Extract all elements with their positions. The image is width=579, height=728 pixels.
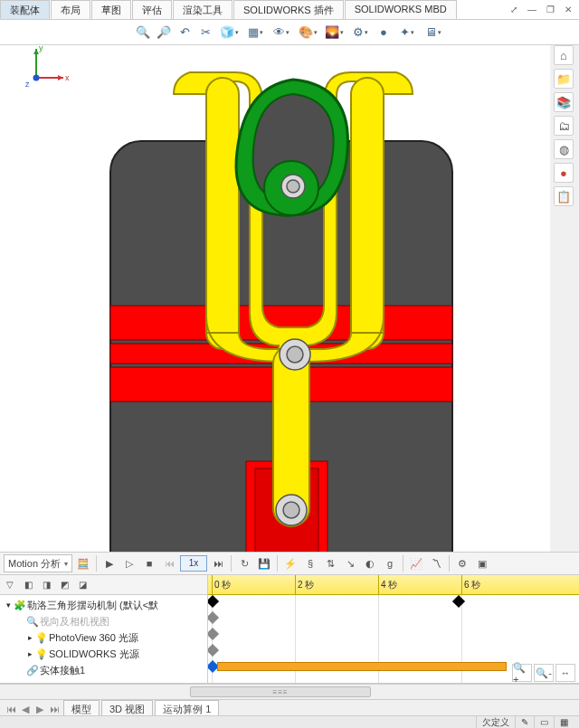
display-dropdown[interactable]: 🖥	[422, 24, 445, 42]
gravity-icon[interactable]: g	[381, 554, 399, 572]
scrollbar-thumb[interactable]: ≡≡≡	[190, 686, 371, 697]
tick-6: 6 秒	[461, 575, 480, 594]
zoom-fit-icon[interactable]: 🔍	[134, 24, 152, 42]
zoom-fit-time-icon[interactable]: ↔	[555, 664, 575, 682]
collapse-icon[interactable]: ▣	[473, 554, 491, 572]
tab-render[interactable]: 渲染工具	[173, 0, 233, 19]
contact-bar[interactable]	[217, 662, 507, 671]
tree-contact[interactable]: 🔗实体接触1	[0, 662, 207, 678]
zoom-out-icon[interactable]: 🔍-	[534, 664, 554, 682]
render-tools-dropdown[interactable]: ✦	[395, 24, 419, 42]
appearance-dropdown[interactable]: 🎨	[296, 24, 319, 42]
view-orientation-dropdown[interactable]: 🧊	[217, 24, 241, 42]
hide-show-dropdown[interactable]: 👁	[270, 24, 293, 42]
motion-timeline: ▽ ◧ ◨ ◩ ◪ ▾🧩 勒洛三角形摆动机制 (默认<默 🔍视向及相机视图 ▸💡…	[0, 575, 579, 684]
tree-camera[interactable]: 🔍视向及相机视图	[0, 613, 207, 629]
minimize-icon[interactable]: —	[525, 4, 539, 16]
tree-root[interactable]: ▾🧩 勒洛三角形摆动机制 (默认<默	[0, 597, 207, 613]
motor-icon[interactable]: ⚡	[281, 554, 299, 572]
status-page-icon[interactable]: ▭	[534, 716, 554, 729]
spring-icon[interactable]: §	[301, 554, 319, 572]
render-preview-icon[interactable]: ●	[375, 24, 393, 42]
tab-addins[interactable]: SOLIDWORKS 插件	[233, 0, 344, 19]
filter-driven-icon[interactable]: ◧	[20, 577, 36, 593]
svg-text:x: x	[65, 73, 70, 82]
zoom-area-icon[interactable]: 🔎	[155, 24, 173, 42]
restore-icon[interactable]: ❐	[543, 4, 557, 16]
axis-triad[interactable]: x y z	[18, 42, 568, 548]
window-controls: ⤢ — ❐ ✕	[507, 0, 579, 19]
close-icon[interactable]: ✕	[561, 4, 575, 16]
svg-point-22	[33, 75, 40, 81]
tick-4: 4 秒	[378, 575, 397, 594]
tab-nav-next[interactable]: ▶	[33, 704, 47, 715]
study-props-icon[interactable]: ⚙	[453, 554, 471, 572]
motion-tree: ▽ ◧ ◨ ◩ ◪ ▾🧩 勒洛三角形摆动机制 (默认<默 🔍视向及相机视图 ▸💡…	[0, 575, 208, 683]
damper-icon[interactable]: ⇅	[321, 554, 339, 572]
keyframe[interactable]	[208, 595, 219, 608]
next-icon[interactable]: ⏭	[209, 554, 227, 572]
timeline-body[interactable]: 🔍+ 🔍- ↔	[208, 595, 579, 683]
results-icon[interactable]: 📈	[407, 554, 425, 572]
plot-icon[interactable]: 〽	[427, 554, 445, 572]
keyframe[interactable]	[208, 628, 219, 640]
filter-icon[interactable]: ▽	[2, 577, 18, 593]
tab-nav-last[interactable]: ⏭	[47, 704, 62, 714]
stop-icon[interactable]: ■	[140, 554, 158, 572]
graphics-viewport[interactable]: x y z	[0, 45, 550, 552]
svg-text:z: z	[25, 80, 30, 89]
timeline-tracks[interactable]: 0 秒 2 秒 4 秒 6 秒 🔍+ 🔍- ↔	[208, 575, 579, 683]
study-type-dropdown[interactable]: Motion 分析	[4, 554, 72, 572]
section-view-icon[interactable]: ✂	[196, 24, 214, 42]
keyframe[interactable]	[452, 595, 465, 608]
prev-icon[interactable]: ⏮	[160, 554, 178, 572]
timeline-scrollbar[interactable]: ≡≡≡	[0, 684, 579, 700]
filter-anim-icon[interactable]: ◪	[74, 577, 90, 593]
save-anim-icon[interactable]: 💾	[255, 554, 273, 572]
play-start-icon[interactable]: ▶	[100, 554, 119, 572]
tab-layout[interactable]: 布局	[51, 0, 90, 19]
motion-study-toolbar: Motion 分析 🧮 ▶ ▷ ■ ⏮ 1x ⏭ ↻ 💾 ⚡ § ⇅ ↘ ◐ g…	[0, 552, 579, 575]
status-edits-icon[interactable]: ✎	[515, 716, 534, 729]
keyframe[interactable]	[208, 611, 219, 624]
svg-marker-17	[58, 75, 63, 80]
tab-assembly[interactable]: 装配体	[0, 0, 50, 19]
status-definition: 欠定义	[476, 716, 515, 729]
motion-tree-body[interactable]: ▾🧩 勒洛三角形摆动机制 (默认<默 🔍视向及相机视图 ▸💡 PhotoView…	[0, 595, 207, 683]
svg-text:y: y	[39, 43, 43, 52]
scene-dropdown[interactable]: 🌄	[322, 24, 346, 42]
tab-evaluate[interactable]: 评估	[132, 0, 172, 19]
tree-photoview[interactable]: ▸💡 PhotoView 360 光源	[0, 629, 207, 646]
expand-icon[interactable]: ⤢	[507, 4, 521, 16]
contact-icon[interactable]: ◐	[361, 554, 379, 572]
force-icon[interactable]: ↘	[341, 554, 359, 572]
tab-nav-prev[interactable]: ◀	[18, 704, 33, 715]
time-ruler[interactable]: 0 秒 2 秒 4 秒 6 秒	[208, 575, 579, 595]
status-bar: 欠定义 ✎ ▭ ▦	[0, 715, 579, 728]
play-icon[interactable]: ▷	[120, 554, 138, 572]
loop-icon[interactable]: ↻	[235, 554, 253, 572]
tab-nav-first[interactable]: ⏮	[4, 704, 18, 714]
playback-speed[interactable]: 1x	[180, 555, 207, 572]
zoom-in-icon[interactable]: 🔍+	[512, 664, 532, 682]
keyframe[interactable]	[208, 644, 219, 657]
tree-sw-lights[interactable]: ▸💡 SOLIDWORKS 光源	[0, 646, 207, 662]
tick-2: 2 秒	[295, 575, 314, 594]
timeline-zoom: 🔍+ 🔍- ↔	[512, 664, 575, 682]
display-style-dropdown[interactable]: ▦	[243, 24, 267, 42]
tick-0: 0 秒	[212, 575, 231, 594]
status-units-icon[interactable]: ▦	[554, 716, 574, 729]
tab-sketch[interactable]: 草图	[91, 0, 131, 19]
filter-selected-icon[interactable]: ◨	[38, 577, 54, 593]
previous-view-icon[interactable]: ↶	[176, 24, 194, 42]
view-settings-dropdown[interactable]: ⚙	[348, 24, 372, 42]
calculate-icon[interactable]: 🧮	[74, 554, 92, 572]
tab-mbd[interactable]: SOLIDWORKS MBD	[345, 0, 457, 19]
motion-tree-toolbar: ▽ ◧ ◨ ◩ ◪	[0, 575, 207, 595]
command-manager-tabs: 装配体 布局 草图 评估 渲染工具 SOLIDWORKS 插件 SOLIDWOR…	[0, 0, 579, 20]
tree-root-label: 勒洛三角形摆动机制 (默认<默	[27, 599, 158, 612]
filter-results-icon[interactable]: ◩	[56, 577, 72, 593]
